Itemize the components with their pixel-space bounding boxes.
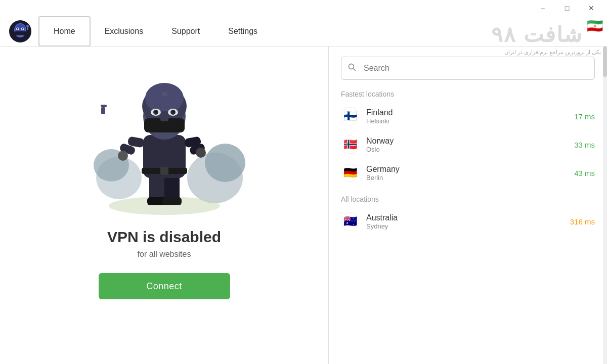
fastest-section-label: Fastest locations [329,90,607,98]
country-name: Australia [366,213,563,222]
scrollbar-track[interactable] [603,47,607,364]
vpn-sub-status: for all websites [138,250,191,259]
tab-support[interactable]: Support [157,16,214,47]
city-name: Oslo [366,146,567,153]
svg-point-26 [118,151,128,161]
close-button[interactable]: ✕ [580,0,603,16]
ping-value: 43 ms [574,169,595,177]
svg-point-31 [145,83,184,113]
ping-value: 316 ms [570,217,595,226]
list-item[interactable]: 🇦🇺 Australia Sydney 316 ms [329,207,607,236]
tab-settings[interactable]: Settings [214,16,272,47]
svg-point-27 [196,148,206,158]
list-item[interactable]: 🇩🇪 Germany Berlin 43 ms [329,159,607,187]
fastest-location-list: 🇫🇮 Finland Helsinki 17 ms 🇳🇴 Norway Oslo… [329,102,607,187]
country-name: Germany [366,165,567,174]
tab-exclusions[interactable]: Exclusions [91,16,157,47]
svg-rect-40 [101,105,107,107]
svg-rect-8 [26,25,29,27]
list-item[interactable]: 🇳🇴 Norway Oslo 33 ms [329,130,607,159]
tab-home[interactable]: Home [38,16,91,47]
ninja-illustration [83,57,245,218]
list-item[interactable]: 🇫🇮 Finland Helsinki 17 ms [329,102,607,130]
search-icon [348,63,356,73]
scrollbar-thumb[interactable] [603,47,607,77]
svg-rect-18 [162,197,182,205]
country-name: Finland [366,108,567,117]
svg-rect-41 [101,107,105,114]
watermark-logo: شافت ۹۸ [491,22,583,47]
main-content: VPN is disabled for all websites Connect… [0,47,607,364]
norway-flag: 🇳🇴 [341,135,359,154]
connect-button[interactable]: Connect [99,273,230,299]
header: Home Exclusions Support Settings 🇮🇷 شافت… [0,16,607,47]
vpn-status: VPN is disabled [107,229,221,246]
minimize-button[interactable]: – [531,0,554,16]
city-name: Helsinki [366,117,567,125]
svg-rect-33 [160,111,168,121]
country-name: Norway [366,136,567,146]
svg-point-6 [22,28,24,29]
svg-rect-9 [27,27,28,30]
germany-flag: 🇩🇪 [341,164,359,182]
svg-point-38 [155,111,157,113]
nav-tabs: Home Exclusions Support Settings [38,16,272,46]
maximize-button[interactable]: □ [555,0,579,16]
title-bar: – □ ✕ [0,0,607,16]
ping-value: 33 ms [574,141,595,149]
search-input[interactable] [341,57,595,80]
left-panel: VPN is disabled for all websites Connect [0,47,329,364]
all-location-list: 🇦🇺 Australia Sydney 316 ms [329,207,607,236]
all-section-label: All locations [329,195,607,203]
australia-flag: 🇦🇺 [341,212,359,231]
city-name: Berlin [366,174,567,181]
finland-flag: 🇫🇮 [341,107,359,125]
svg-rect-21 [160,167,168,175]
app-logo [8,19,32,43]
watermark-flag-icon: 🇮🇷 [587,18,603,34]
right-panel: Fastest locations 🇫🇮 Finland Helsinki 17… [329,47,607,364]
city-name: Sydney [366,222,563,230]
ping-value: 17 ms [574,112,595,121]
svg-rect-7 [14,31,26,35]
svg-point-11 [205,144,245,182]
svg-point-39 [172,111,175,113]
svg-point-5 [17,28,19,29]
svg-line-44 [354,69,356,71]
search-box [341,57,595,80]
